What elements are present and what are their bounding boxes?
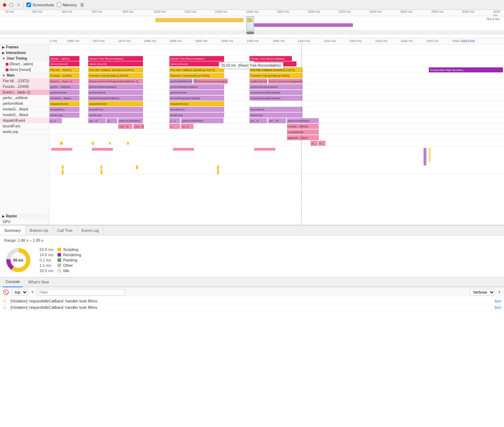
- funcall-3[interactable]: Function Call (bundle.js:22443): [169, 73, 224, 78]
- invoke-g-1[interactable]: invokeG…llback: [49, 96, 79, 101]
- memory-checkbox-label[interactable]: Memory: [57, 2, 77, 7]
- react-reconc-bar4[interactable]: (React Tree Reconciliation): [250, 56, 292, 61]
- fire-idle-3[interactable]: Fire Idle Callback (bundle.js:21972): [169, 67, 224, 72]
- appendA-hildren[interactable]: appendA…hildren: [287, 135, 319, 140]
- per-rk-4[interactable]: per…rk: [250, 118, 267, 123]
- invoke-g-3[interactable]: invokeGuardedCallback: [169, 96, 224, 101]
- bound-2[interactable]: boundFunc: [88, 107, 143, 112]
- bound-1[interactable]: boundFunc: [49, 107, 79, 112]
- overview-content[interactable]: 781.6 ms: [0, 16, 504, 30]
- performUnitOfWork-4[interactable]: performUnitOfWork: [287, 118, 319, 123]
- p-k-3[interactable]: p…k: [169, 118, 180, 123]
- per-ork-4[interactable]: per…ork: [268, 118, 286, 123]
- perf-deferred-2[interactable]: performDeferredWork: [88, 84, 143, 89]
- workloop-2[interactable]: workLoop: [88, 113, 143, 118]
- items-mount-bar3[interactable]: Items [mount]: [169, 61, 224, 66]
- tick-1920: 1920 ms: [349, 39, 362, 43]
- dispatch-2[interactable]: dispatchEvent: [88, 101, 143, 106]
- verbose-select[interactable]: Verbose: [470, 289, 495, 295]
- event-back-1[interactable]: Event (…back–1): [49, 79, 79, 84]
- record-button[interactable]: [3, 3, 6, 7]
- bound-3[interactable]: boundFunc: [169, 107, 224, 112]
- right-yellow: [429, 148, 431, 162]
- recalc-style-bar[interactable]: Recalculate Style (bundle.j…: [429, 67, 503, 72]
- flamechart-main[interactable]: 0 ms 1865 ms 1870 ms 1875 ms 1880 ms 188…: [49, 38, 504, 225]
- p-k-1[interactable]: p…k: [49, 118, 62, 123]
- screenshots-checkbox[interactable]: [26, 2, 31, 7]
- user-timing-section-label[interactable]: ▼ User Timing: [0, 56, 49, 61]
- console-no-icon[interactable]: 🚫: [3, 289, 9, 295]
- perform-def-3[interactable]: performDeferredWork: [169, 79, 192, 84]
- perf-work-3[interactable]: performWork: [169, 90, 224, 95]
- per-rk-2[interactable]: per…rk: [88, 118, 106, 123]
- scrollbar-thumb[interactable]: [246, 31, 254, 34]
- dispatch-3[interactable]: dispatchEvent: [169, 101, 224, 106]
- event-back-2[interactable]: Event (react-invokeguardedcallback–1): [88, 79, 143, 84]
- console-log-link-2[interactable]: bun: [495, 305, 501, 309]
- fire-idle-2[interactable]: Fire Idle Callback (bundle.js:21972): [88, 67, 143, 72]
- funcall-4[interactable]: Function Call (bundle.js:22443): [250, 73, 302, 78]
- react-icon: [6, 63, 8, 66]
- performUnitOfWork-3[interactable]: performUnitOfWork: [181, 118, 223, 123]
- console-log-link-1[interactable]: bun: [495, 299, 501, 303]
- performUnitOfWork-2[interactable]: performUnitOfWork: [118, 118, 143, 123]
- perf-work-1[interactable]: performWork: [49, 90, 79, 95]
- tab-call-tree[interactable]: Call Tree: [53, 225, 77, 235]
- perf-work-2[interactable]: performWork: [88, 90, 143, 95]
- workloop-1[interactable]: workLoop: [49, 113, 79, 118]
- a2-bar[interactable]: a…: [318, 141, 325, 146]
- bound-4[interactable]: boundFunc: [250, 107, 302, 112]
- memory-checkbox[interactable]: [57, 2, 61, 7]
- context-select[interactable]: top: [12, 289, 28, 295]
- react-reconc-bar3[interactable]: (React Tree Reconciliation): [169, 56, 224, 61]
- completeWork-row[interactable]: completeWork: [287, 130, 319, 134]
- invoke-g-2[interactable]: invokeGuardedCallback: [88, 96, 143, 101]
- fire-idle-1[interactable]: Fire Idl…:21972): [49, 67, 79, 72]
- overview-scrollbar[interactable]: [0, 30, 504, 35]
- items-mount-bar1[interactable]: Items [mount]: [49, 61, 79, 66]
- label-spacer: [0, 135, 49, 214]
- react-reconc-bar2[interactable]: (React Tree Reconciliation): [88, 56, 143, 61]
- add-event-4[interactable]: addEventListene…: [250, 79, 267, 84]
- com-rk-2[interactable]: com…rk: [118, 124, 132, 129]
- react-reconc-bar1[interactable]: (React…iation): [49, 56, 79, 61]
- invoke-g-4b[interactable]: invokeGuardedCallback: [250, 96, 302, 101]
- clear-button[interactable]: 🗑: [80, 2, 84, 7]
- raster-section-label[interactable]: ▶ Raster: [0, 214, 49, 219]
- frames-section-label[interactable]: ▶ Frames: [0, 44, 49, 50]
- legend-idle-color: [58, 269, 61, 272]
- console-tab-console[interactable]: Console: [3, 277, 23, 287]
- screenshots-checkbox-label[interactable]: Screenshots: [26, 2, 54, 7]
- c-k-3[interactable]: c…: [169, 124, 180, 129]
- event-back-3[interactable]: Event (react-invokeguardedcallback–1): [197, 79, 228, 84]
- invoke-guarded-4[interactable]: invokeGuardedCallback: [250, 90, 302, 95]
- items-mount-bar2[interactable]: Items [mount]: [88, 61, 143, 66]
- dispatch-1[interactable]: dispatchEvent: [49, 101, 79, 106]
- com-rk-2b[interactable]: com…rk: [133, 124, 144, 129]
- workloop-3[interactable]: workLoop: [169, 113, 224, 118]
- timer-button[interactable]: ⏱: [16, 3, 20, 7]
- main-row8: boundFunc boundFunc boundFunc boundFunc: [49, 107, 504, 112]
- perf-deferred-4[interactable]: performDeferredWork: [250, 84, 302, 89]
- items-label: Items [mount]: [10, 68, 31, 72]
- workloop-4[interactable]: workLoop: [250, 113, 302, 118]
- tab-bottom-up[interactable]: Bottom-Up: [25, 225, 53, 235]
- event-back-4[interactable]: Event (react-invokeguardedcallback–1): [268, 79, 302, 84]
- reload-button[interactable]: [9, 3, 13, 7]
- perf-deferred-1[interactable]: perfor…edWork: [49, 84, 79, 89]
- filter-input[interactable]: [37, 289, 125, 295]
- interactions-section-label[interactable]: ▶ Interactions: [0, 50, 49, 56]
- tab-summary[interactable]: Summary: [0, 225, 25, 235]
- funcall-2[interactable]: Function Call (bundle.js:22443): [88, 73, 143, 78]
- a1-bar[interactable]: a…: [311, 141, 318, 146]
- tab-event-log[interactable]: Event Log: [77, 225, 104, 235]
- completeTOfWork[interactable]: complet…tOfWork: [287, 124, 319, 129]
- overview-selection[interactable]: [246, 16, 254, 30]
- co-k-3[interactable]: co…k: [181, 124, 193, 129]
- p-2b[interactable]: p…: [107, 118, 117, 123]
- main-section-label[interactable]: ▼ Main: [0, 73, 49, 78]
- console-tab-whatsnew[interactable]: What's New: [25, 277, 52, 287]
- tick-1910: 1910 ms: [298, 39, 310, 43]
- funcall-1[interactable]: Functio…22443): [49, 73, 79, 78]
- perf-deferred-3[interactable]: performDeferredWork: [169, 84, 224, 89]
